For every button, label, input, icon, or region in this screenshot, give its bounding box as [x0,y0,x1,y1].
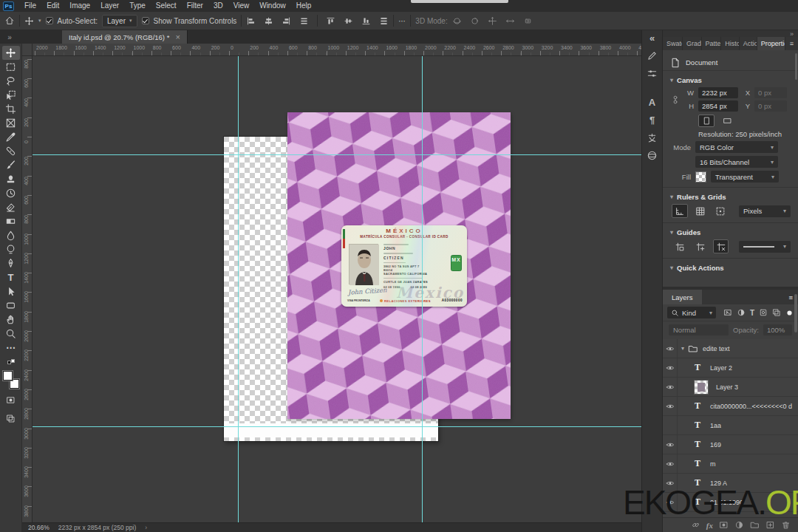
menu-type[interactable]: Type [124,0,151,12]
landscape-orientation-button[interactable] [719,115,735,127]
brush-tool[interactable] [2,158,20,172]
collapse-dock-icon[interactable]: » [790,30,794,38]
layer-name[interactable]: m [710,460,716,468]
id-card[interactable]: MÉXICO MATRÍCULA CONSULAR - CONSULAR ID … [341,225,467,307]
history-brush-tool[interactable] [2,186,20,200]
type-layers-filter-icon[interactable]: T [750,309,754,317]
path-select-tool[interactable] [2,284,20,299]
eraser-tool[interactable] [2,200,20,214]
layer-visibility-eye-icon[interactable] [663,474,678,492]
guide-horizontal-1[interactable] [33,154,641,155]
menu-help[interactable]: Help [291,0,317,12]
menu-view[interactable]: View [228,0,255,12]
hand-tool[interactable] [2,313,20,327]
tab-swatc[interactable]: Swatc [663,37,683,50]
filter-toggle-icon[interactable] [785,309,794,317]
fill-dropdown[interactable]: Transparent ▾ [711,171,779,183]
pan-3d-icon[interactable] [488,16,497,26]
clone-stamp-tool[interactable] [2,172,20,186]
blur-tool[interactable] [2,228,20,242]
toggle-snap-button[interactable] [712,204,729,218]
glyphs-panel-icon[interactable] [647,132,658,143]
layer-row[interactable]: Layer 3 [663,378,798,397]
distribute-h-icon[interactable] [299,16,309,26]
ruler-origin-box[interactable] [22,44,33,56]
layer-name[interactable]: 01.01.1990 [710,499,743,506]
layer-effects-icon[interactable]: fx [706,521,713,530]
tab-layers[interactable]: Layers [663,290,702,304]
layer-name[interactable]: cita0000000...<<<<<<<<0 d [710,403,792,410]
layer-mask-icon[interactable] [719,520,729,530]
guides-section-header[interactable]: ▾ Guides [670,228,791,236]
toggle-rulers-button[interactable] [672,204,688,218]
layer-row[interactable]: Tcita0000000...<<<<<<<<0 d [663,397,798,416]
pixel-layers-filter-icon[interactable] [723,308,732,317]
type-tool[interactable]: T [2,270,20,284]
quick-actions-section-header[interactable]: ▾ Quick Actions [670,264,791,272]
healing-tool[interactable] [2,144,20,158]
tab-patter[interactable]: Patter [702,37,722,50]
tab-properties[interactable]: Properties [757,37,785,50]
menu-layer[interactable]: Layer [95,0,124,12]
close-icon[interactable]: × [175,33,180,41]
link-layers-icon[interactable] [691,520,700,530]
cube-pattern-image[interactable]: MÉXICO MATRÍCULA CONSULAR - CONSULAR ID … [287,112,511,419]
layer-row[interactable]: T129 A [663,474,798,493]
align-center-h-icon[interactable] [264,16,273,26]
distribute-v-icon[interactable] [379,16,389,26]
guide-style-dropdown[interactable]: ▾ [739,241,791,253]
default-colors-icon[interactable] [7,359,15,365]
layer-visibility-empty[interactable] [663,416,678,434]
align-left-icon[interactable] [246,16,256,26]
menu-select[interactable]: Select [151,0,182,12]
horizontal-ruler[interactable]: 2000180016001400120010008006004002000200… [33,44,641,56]
link-dimensions-icon[interactable] [670,95,681,105]
layer-row[interactable]: ▾edite text [663,339,798,358]
layer-visibility-eye-icon[interactable] [663,339,678,358]
lock-guides-button[interactable] [672,239,688,253]
new-layer-icon[interactable] [765,520,775,530]
tab-histo[interactable]: Histo [721,37,739,50]
align-right-icon[interactable] [282,16,291,26]
shape-layers-filter-icon[interactable] [759,308,768,317]
home-icon[interactable] [4,16,15,26]
blend-mode-dropdown[interactable]: Normal [669,324,729,335]
layer-row[interactable]: TLayer 2 [663,358,798,378]
layer-row[interactable]: T1aa [663,416,798,435]
menu-window[interactable]: Window [254,0,291,12]
chevron-down-icon[interactable]: ▾ [38,18,41,24]
layer-name[interactable]: Layer 2 [710,364,732,372]
photoshop-logo-icon[interactable]: Ps [3,1,14,11]
vertical-ruler[interactable]: 8006004002000200400600800100012001400160… [22,56,33,522]
pen-tool[interactable] [2,256,20,270]
align-bottom-icon[interactable] [361,16,371,26]
status-arrow-icon[interactable]: › [145,524,147,531]
crop-tool[interactable] [2,102,20,116]
fill-swatch[interactable] [695,171,706,183]
clear-guides-button[interactable] [713,239,729,253]
layer-visibility-eye-icon[interactable] [663,435,678,454]
auto-select-target-dropdown[interactable]: Layer ▾ [102,15,137,27]
dodge-tool[interactable] [2,242,20,256]
toggle-grid-button[interactable] [692,204,709,218]
new-guide-layout-button[interactable] [692,239,709,253]
ruler-units-dropdown[interactable]: Pixels ▾ [739,205,791,217]
smart-object-filter-icon[interactable] [772,308,781,317]
color-swatches[interactable] [3,371,19,389]
tab-actio[interactable]: Actio [740,37,757,50]
adjustment-layers-filter-icon[interactable] [737,308,746,317]
layer-visibility-eye-icon[interactable] [663,397,678,415]
layer-visibility-eye-icon[interactable] [663,358,678,377]
3d-panel-icon[interactable] [647,150,658,161]
layer-name[interactable]: 1aa [710,422,721,429]
menu-image[interactable]: Image [64,0,95,12]
rulers-grids-section-header[interactable]: ▾ Rulers & Grids [670,193,791,201]
guide-vertical-1[interactable] [238,56,239,522]
menu-file[interactable]: File [19,0,41,12]
zoom-tool[interactable] [2,327,20,341]
show-transform-checkbox[interactable] [142,17,149,24]
layer-visibility-eye-icon[interactable] [663,378,678,396]
group-expand-icon[interactable]: ▾ [678,345,688,352]
layer-row[interactable]: Tm [663,454,798,474]
tab-gradi[interactable]: Gradi [683,37,701,50]
